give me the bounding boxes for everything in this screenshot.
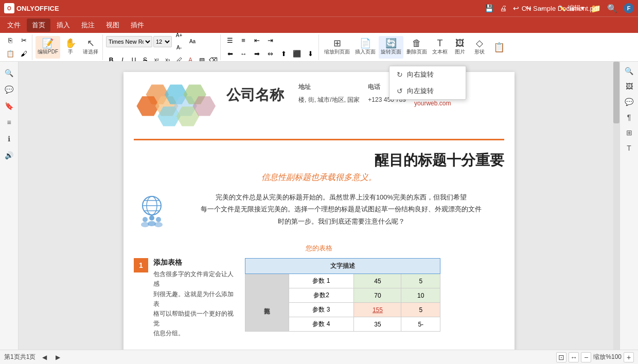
align-center-button[interactable]: ↔: [237, 48, 250, 60]
highlight-button[interactable]: 🖊: [174, 55, 184, 62]
outdent-button[interactable]: ⇤: [251, 34, 263, 47]
align-top-button[interactable]: ⬆: [277, 48, 290, 60]
italic-button[interactable]: I: [117, 55, 128, 62]
left-sidebar: 🔍 💬 🔖 ≡ ℹ 🔊: [0, 62, 19, 350]
rs-comment-button[interactable]: 💬: [622, 95, 636, 109]
rotate-page-icon: 🔄: [385, 39, 397, 48]
menu-home[interactable]: 首页: [27, 19, 50, 32]
font-size-select[interactable]: 12: [153, 36, 172, 47]
menu-file[interactable]: 文件: [2, 19, 26, 32]
delete-page-button[interactable]: 🗑 删除页面: [404, 36, 429, 59]
align-justify-button[interactable]: ⇔: [264, 48, 276, 60]
bold-button[interactable]: B: [106, 55, 116, 62]
rs-paragraph-button[interactable]: ¶: [622, 110, 636, 124]
zoom-out-button[interactable]: −: [581, 352, 591, 362]
right-sidebar: 🔍 🖼 💬 ¶ ⊞ T: [619, 62, 638, 350]
data-table-container: 文字描述 数据补充 参数 1 45 5 参数2 70 1: [245, 258, 440, 338]
clear-format-button[interactable]: ⌫: [208, 55, 218, 62]
hand-button[interactable]: ✋ 手: [61, 36, 80, 59]
subscript-button[interactable]: X₂: [163, 55, 173, 62]
row3-label: 参数 3: [289, 303, 354, 317]
ls-sound-button[interactable]: 🔊: [2, 148, 16, 162]
fit-page-icon: ⊞: [333, 39, 341, 48]
zoom-controls: ⊡ ↔ − 缩放%100 +: [556, 352, 634, 362]
menu-plugin[interactable]: 插件: [126, 19, 149, 32]
section-number: 1: [134, 258, 148, 272]
paste2-button[interactable]: 📋: [490, 36, 508, 59]
company-logo: [134, 82, 216, 134]
search-top-icon[interactable]: 🔍: [605, 4, 619, 13]
row2-v2: 10: [401, 288, 440, 303]
rotate-left-menu-item[interactable]: ↺ 向左旋转: [389, 83, 466, 99]
ls-bookmark-button[interactable]: 🔖: [2, 99, 16, 113]
edit-mode-group: 📝 编辑PDF ✋ 手 ↖ 请选择: [33, 34, 103, 60]
menu-insert[interactable]: 插入: [51, 19, 75, 32]
format-row: B I U S X² X₂ 🖊 A ▧ ⌫: [106, 55, 218, 62]
image-button[interactable]: 🖼 图片: [451, 36, 469, 59]
contact-web-link[interactable]: yourweb.com: [414, 100, 451, 107]
fit-width-button[interactable]: ↔: [569, 352, 579, 362]
rotate-left-label: 向左旋转: [407, 86, 434, 96]
fit-page-button[interactable]: ⊞ 缩放到页面: [322, 36, 352, 59]
strikethrough-button[interactable]: S: [140, 55, 150, 62]
row3-v1-link[interactable]: 155: [373, 306, 383, 314]
rotate-page-button[interactable]: 🔄 旋转页面: [379, 36, 403, 59]
paste-button[interactable]: 📋: [4, 48, 16, 60]
prev-page-button[interactable]: ◀: [40, 353, 49, 362]
shape-button[interactable]: ◇ 形状: [470, 36, 489, 59]
ls-comment-button[interactable]: 💬: [2, 82, 16, 97]
ls-info-button[interactable]: ℹ: [2, 132, 16, 146]
align-right-button[interactable]: ➡: [251, 48, 263, 60]
row2-v1: 70: [354, 288, 401, 303]
unordered-list-button[interactable]: ☰: [224, 34, 236, 47]
rs-search-button[interactable]: 🔍: [622, 64, 636, 78]
user-avatar[interactable]: F: [624, 3, 634, 13]
textbox-button[interactable]: T 文本框: [430, 36, 450, 59]
align-left-button[interactable]: ⬅: [224, 48, 236, 60]
next-page-button[interactable]: ▶: [53, 353, 62, 362]
svg-point-19: [154, 222, 163, 227]
scroll-thumb[interactable]: [613, 62, 619, 123]
font-color-button[interactable]: A: [185, 55, 196, 62]
row2-label: 参数2: [289, 288, 354, 303]
ls-search-button[interactable]: 🔍: [2, 66, 16, 80]
undo-icon[interactable]: ↩: [511, 4, 521, 12]
indent-button[interactable]: ⇥: [264, 34, 276, 47]
menu-comment[interactable]: 批注: [76, 19, 100, 32]
page-tools-group: ⊞ 缩放到页面 📄 插入页面 🔄 旋转页面 🗑 删除页面 T 文本框 🖼 图片 …: [320, 34, 510, 60]
insert-page-icon: 📄: [360, 39, 371, 48]
rotate-right-menu-item[interactable]: ↻ 向右旋转: [389, 66, 466, 83]
content-area[interactable]: 公司名称 地址 电话 WEB 楼, 街, 城市/地区, 国家 +123 456 …: [19, 62, 619, 350]
title-center: CN Sample Document.pdf: [522, 5, 599, 12]
section-block: 1 添加表格 包含很多字的文件肯定会让人感 到很无趣。这就是为什么添加表 格可以…: [134, 258, 237, 338]
title-section: 醒目的标题十分重要 信息性副标题也承载很多意义。: [134, 151, 504, 183]
app-name: ONLYOFFICE: [16, 5, 59, 12]
align-middle-button[interactable]: ⬛: [291, 48, 303, 60]
rs-table-button[interactable]: ⊞: [622, 125, 636, 140]
fit-window-button[interactable]: ⊡: [556, 352, 566, 362]
format-painter-button[interactable]: 🖌: [17, 48, 30, 60]
superscript-button[interactable]: X²: [151, 55, 162, 62]
ordered-list-button[interactable]: ≡: [237, 34, 250, 47]
row4-label: 参数 4: [289, 317, 354, 332]
rs-font-button[interactable]: T: [622, 141, 636, 155]
print-icon[interactable]: 🖨: [498, 4, 509, 12]
edit-pdf-button[interactable]: 📝 编辑PDF: [36, 36, 60, 59]
scroll-track[interactable]: [613, 62, 619, 350]
save-icon[interactable]: 💾: [483, 4, 495, 12]
font-size-up-button[interactable]: A+: [173, 33, 185, 42]
zoom-in-button[interactable]: +: [624, 352, 634, 362]
copy-button[interactable]: ⎘: [4, 34, 16, 47]
font-size-down-button[interactable]: A-: [173, 42, 185, 54]
ls-list-button[interactable]: ≡: [2, 115, 16, 130]
insert-page-button[interactable]: 📄 插入页面: [353, 36, 378, 59]
cut-button[interactable]: ✂: [17, 34, 30, 47]
menu-view[interactable]: 视图: [101, 19, 125, 32]
rs-image-button[interactable]: 🖼: [622, 79, 636, 94]
shading-button[interactable]: ▧: [197, 55, 207, 62]
align-bottom-button[interactable]: ⬇: [304, 48, 316, 60]
font-name-select[interactable]: Times New Roman: [106, 36, 152, 47]
select-button[interactable]: ↖ 请选择: [81, 36, 100, 59]
font-case-button[interactable]: Aa: [186, 35, 199, 48]
underline-button[interactable]: U: [129, 55, 139, 62]
